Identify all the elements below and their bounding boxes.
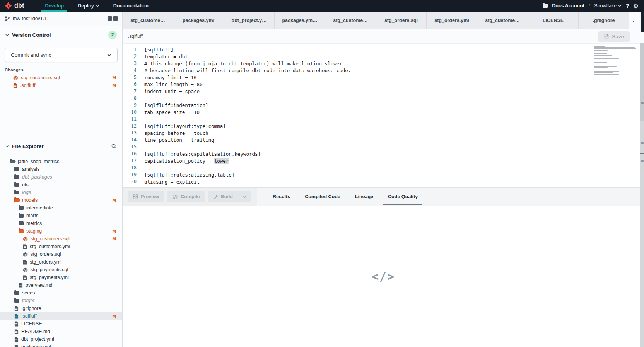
editor-tab[interactable]: stg_custome…: [123, 12, 173, 29]
panel-left-icon[interactable]: [108, 16, 112, 21]
bottom-tab-lineage[interactable]: Lineage: [355, 188, 373, 206]
editor-tab[interactable]: packages.yml: [173, 12, 224, 29]
file-search-button[interactable]: [111, 143, 117, 149]
code-editor[interactable]: 1[sqlfluff]2templater = dbt3# This chang…: [123, 44, 644, 187]
model-cube-icon: [23, 267, 28, 272]
line-number: 3: [123, 61, 137, 66]
file-tree-item-dbt_packages[interactable]: dbt_packages: [0, 173, 122, 181]
minimap[interactable]: [594, 46, 637, 77]
file-tree-item-jaffle_shop_metrics[interactable]: jaffle_shop_metrics: [0, 158, 122, 165]
file-icon: [23, 244, 27, 249]
line-number: 14: [123, 137, 137, 143]
file-tree-label: stg_orders.yml: [30, 259, 61, 265]
file-tree-item-marts[interactable]: marts: [0, 212, 122, 219]
file-tree-item-readme.md[interactable]: README.md: [0, 328, 122, 335]
minimap-line: [594, 55, 612, 56]
file-tree-item-stg_payments.sql[interactable]: stg_payments.sql: [0, 266, 122, 274]
line-number: 11: [123, 116, 137, 122]
file-tree-item-seeds[interactable]: seeds: [0, 289, 122, 297]
minimap-line: [594, 62, 607, 63]
editor-tab[interactable]: stg_orders.sql: [376, 12, 427, 29]
file-explorer-header[interactable]: File Explorer: [0, 137, 122, 155]
file-tree-item-overview.md[interactable]: overview.md: [0, 281, 122, 289]
commit-options-button[interactable]: [101, 48, 117, 62]
preview-button[interactable]: Preview: [128, 191, 164, 202]
editor-tab[interactable]: stg_custome…: [477, 12, 528, 29]
modified-badge: M: [112, 83, 116, 88]
editor-tab[interactable]: LICENSE: [528, 12, 579, 29]
code-line: 6max_line_length = 80: [123, 81, 644, 88]
file-tree-item-stg_orders.yml[interactable]: stg_orders.yml: [0, 258, 122, 266]
file-tree-item-logs[interactable]: logs: [0, 189, 122, 196]
line-number: 7: [123, 88, 137, 94]
line-number: 8: [123, 95, 137, 101]
highlighted-occurrence: lower: [214, 158, 229, 164]
file-tree-item-.gitignore[interactable]: .gitignore: [0, 304, 122, 312]
file-tree-item-models[interactable]: modelsM: [0, 196, 122, 204]
file-tree-item-stg_customers.yml[interactable]: stg_customers.yml: [0, 243, 122, 250]
line-number: 10: [123, 109, 137, 115]
editor-tab[interactable]: packages.ym…: [275, 12, 325, 29]
file-tree-item-target[interactable]: target: [0, 297, 122, 304]
dbt-logo[interactable]: dbt: [0, 0, 28, 12]
minimap-line: [594, 64, 614, 65]
file-tree-item-intermediate[interactable]: intermediate: [0, 204, 122, 212]
build-button[interactable]: Build: [208, 191, 238, 202]
save-button[interactable]: Save: [598, 31, 630, 42]
file-tree-item-stg_payments.yml[interactable]: stg_payments.yml: [0, 274, 122, 281]
file-icon: [14, 321, 19, 327]
code-line: 19[sqlfluff:rules:aliasing.table]: [123, 171, 644, 178]
commit-and-sync-button[interactable]: Commit and sync: [5, 48, 118, 62]
branch-name[interactable]: mw-test-idev1.1: [13, 16, 47, 21]
build-options-button[interactable]: [238, 191, 251, 202]
file-tree-item-stg_customers.sql[interactable]: stg_customers.sqlM: [0, 235, 122, 243]
code-text: [sqlfluff:rules:aliasing.table]: [137, 172, 234, 178]
editor-tab[interactable]: dbt_project.y…: [224, 12, 275, 29]
file-tree-item-stg_orders.sql[interactable]: stg_orders.sql: [0, 250, 122, 258]
folder-icon: [10, 160, 15, 163]
hammer-icon: [213, 194, 218, 199]
file-tree-item-license[interactable]: LICENSE: [0, 320, 122, 328]
file-tree-item-.sqlfluff[interactable]: .sqlfluffM: [0, 312, 122, 320]
file-icon: [14, 337, 19, 342]
nav-item-deploy[interactable]: Deploy: [71, 0, 106, 12]
version-control-header[interactable]: Version Control 2: [0, 26, 122, 44]
scrollbar-thumb[interactable]: [640, 43, 644, 121]
file-tree-label: stg_customers.yml: [30, 244, 70, 249]
editor-tab[interactable]: stg_orders.yml: [427, 12, 477, 29]
branch-bar: mw-test-idev1.1: [0, 12, 122, 26]
: [14, 345, 19, 347]
account-name[interactable]: Docs Account: [552, 3, 584, 9]
folder-icon-shape: [10, 160, 15, 163]
version-control-title: Version Control: [12, 32, 51, 38]
editor-tab[interactable]: .gitignore: [579, 12, 629, 29]
file-tree-label: README.md: [21, 329, 50, 334]
file-tree-label: models: [22, 197, 38, 203]
file-tree-item-dbt_project.yml[interactable]: dbt_project.yml: [0, 335, 122, 343]
nav-item-develop[interactable]: Develop: [38, 0, 71, 12]
folder-icon: [14, 191, 19, 194]
file-tree-item-metrics[interactable]: metrics: [0, 219, 122, 227]
minimap-line: [594, 53, 607, 54]
file-tree-item-packages.yml[interactable]: packages.yml: [0, 343, 122, 347]
bottom-tab-results[interactable]: Results: [273, 188, 290, 206]
file-tree-item-staging[interactable]: stagingM: [0, 227, 122, 235]
gear-icon[interactable]: ⚙: [634, 3, 639, 9]
compile-button[interactable]: Compile: [167, 191, 205, 202]
bottom-tab-compiled-code[interactable]: Compiled Code: [305, 188, 340, 206]
git-branch-icon: [5, 16, 10, 22]
nav-item-documentation[interactable]: Documentation: [106, 0, 155, 12]
file-tree-item-analysis[interactable]: analysis: [0, 165, 122, 173]
code-lines: 1[sqlfluff]2templater = dbt3# This chang…: [123, 46, 644, 187]
editor-tab[interactable]: stg_custome…: [325, 12, 376, 29]
changed-file-row[interactable]: .sqlfluffM: [0, 82, 122, 89]
file-tree-item-etc[interactable]: etc: [0, 181, 122, 189]
connection-selector[interactable]: Snowflake: [594, 3, 622, 9]
chevron-down-icon: [96, 5, 99, 7]
panel-right-icon[interactable]: [113, 16, 118, 21]
editor-scrollbar[interactable]: [640, 43, 644, 347]
changed-file-row[interactable]: stg_customers.sqlM: [0, 74, 122, 82]
help-icon[interactable]: ?: [626, 3, 629, 9]
bottom-tab-code-quality[interactable]: Code Quality: [388, 188, 418, 206]
line-number: 2: [123, 54, 137, 59]
